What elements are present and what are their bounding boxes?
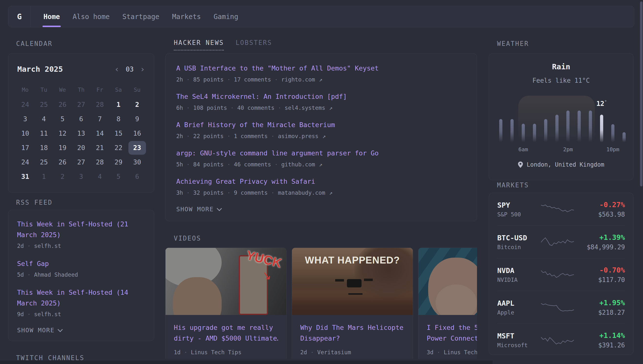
calendar-day[interactable]: 3 <box>72 169 90 184</box>
news-item-comments[interactable]: 1 comments <box>234 132 268 140</box>
calendar-day[interactable]: 1 <box>109 97 128 112</box>
market-row[interactable]: SPY S&P 500 -0.27% $563.98 <box>497 193 625 226</box>
calendar-day[interactable]: 26 <box>53 155 72 169</box>
calendar-day[interactable]: 16 <box>128 126 147 140</box>
news-item-meta: 2h · 22 points · 1 comments · asimov.pre… <box>176 132 466 140</box>
calendar-day[interactable]: 4 <box>91 169 109 184</box>
video-card[interactable]: WHAT HAPPENED? Why Did The Mars Helicopt… <box>292 248 413 359</box>
calendar-day[interactable]: 20 <box>72 140 90 155</box>
calendar-day[interactable]: 10 <box>16 126 35 140</box>
video-title-line[interactable]: Power Connect <box>427 333 477 344</box>
video-card[interactable]: YUCK ↘ His upgrade got me really dirty -… <box>165 248 287 359</box>
calendar-day[interactable]: 1 <box>35 169 53 184</box>
video-title-line[interactable]: Disappear? <box>300 333 404 344</box>
calendar-day[interactable]: 5 <box>109 169 128 184</box>
calendar-day[interactable]: 19 <box>53 140 72 155</box>
calendar-day[interactable]: 21 <box>91 140 109 155</box>
news-item-title[interactable]: The SeL4 Microkernel: An Introduction [p… <box>176 92 466 101</box>
calendar-day[interactable]: 6 <box>128 169 147 184</box>
news-item-points: 108 points <box>193 104 227 112</box>
rss-item-title[interactable]: This Week in Self-Hosted (21 March 2025) <box>17 219 145 240</box>
calendar-day[interactable]: 8 <box>109 112 128 126</box>
calendar-day[interactable]: 4 <box>35 112 53 126</box>
calendar-day[interactable]: 23 <box>128 140 147 155</box>
video-thumbnail[interactable]: WHAT HAPPENED? <box>292 248 413 315</box>
video-title-line[interactable]: His upgrade got me really <box>174 322 278 333</box>
market-row[interactable]: MSFT Microsoft +1.14% $391.26 <box>497 324 625 356</box>
calendar-day[interactable]: 24 <box>16 97 35 112</box>
video-thumbnail[interactable]: DO T T <box>418 248 477 315</box>
market-row[interactable]: BTC-USD Bitcoin +1.39% $84,999.29 <box>497 226 625 258</box>
news-item-title[interactable]: A Brief History of the Miracle Bacterium <box>176 121 466 129</box>
news-item-title[interactable]: argp: GNU-style command line argument pa… <box>176 149 466 157</box>
news-item-comments[interactable]: 17 comments <box>234 76 271 83</box>
calendar-day[interactable]: 5 <box>53 112 72 126</box>
nav-tab[interactable]: Markets <box>172 6 201 27</box>
rss-item-title[interactable]: Self Gap <box>17 258 145 269</box>
news-show-more-button[interactable]: SHOW MORE <box>176 206 466 213</box>
video-thumbnail[interactable]: YUCK ↘ <box>166 248 286 315</box>
nav-tab[interactable]: Home <box>44 6 60 27</box>
calendar-day[interactable]: 29 <box>109 155 128 169</box>
news-item-domain[interactable]: righto.com <box>281 76 315 83</box>
calendar-day[interactable]: 3 <box>16 112 35 126</box>
news-item-title[interactable]: Achieving Great Privacy with Safari <box>176 177 466 186</box>
calendar-day[interactable]: 31 <box>16 169 35 184</box>
calendar-prev-icon[interactable]: ‹ <box>115 65 119 73</box>
calendar-day[interactable]: 18 <box>35 140 53 155</box>
calendar-day[interactable]: 17 <box>16 140 35 155</box>
weather-time-label: 10pm <box>606 146 619 152</box>
video-title-line[interactable]: Why Did The Mars Helicopter <box>300 322 404 333</box>
calendar-day-number: 20 <box>77 144 85 152</box>
news-item-comments[interactable]: 46 comments <box>234 161 271 168</box>
app-logo[interactable]: G <box>8 6 31 27</box>
calendar-day[interactable]: 28 <box>91 155 109 169</box>
calendar-day[interactable]: 14 <box>91 126 109 140</box>
news-item-domain[interactable]: sel4.systems <box>285 104 325 112</box>
nav-tab[interactable]: Startpage <box>122 6 159 27</box>
calendar-day[interactable]: 26 <box>53 97 72 112</box>
calendar-day[interactable]: 9 <box>128 112 147 126</box>
rss-item-title[interactable]: This Week in Self-Hosted (14 March 2025) <box>17 287 145 308</box>
videos-scroll-region[interactable]: YUCK ↘ His upgrade got me really dirty -… <box>165 248 477 359</box>
news-item-domain[interactable]: matanabudy.com <box>278 189 325 196</box>
calendar-day[interactable]: 12 <box>53 126 72 140</box>
weather-bar <box>600 115 603 142</box>
calendar-day[interactable]: 27 <box>72 97 90 112</box>
rss-item-meta: 2d · selfh.st <box>17 242 145 250</box>
calendar-day[interactable]: 15 <box>109 126 128 140</box>
news-item-domain[interactable]: asimov.press <box>278 132 318 140</box>
news-item-comments[interactable]: 9 comments <box>234 189 268 196</box>
news-source-tab[interactable]: HACKER NEWS <box>174 39 224 50</box>
rss-show-more-button[interactable]: SHOW MORE <box>17 327 145 334</box>
calendar-day[interactable]: 30 <box>128 155 147 169</box>
calendar-day[interactable]: 6 <box>72 112 90 126</box>
video-card[interactable]: DO T T I Fixed the 5 Power Connect 3d · … <box>418 248 477 359</box>
video-title-line[interactable]: dirty - AMD $5000 Ultimate… <box>174 333 278 344</box>
news-item-comments[interactable]: 40 comments <box>237 104 274 112</box>
calendar-day[interactable]: 24 <box>16 155 35 169</box>
news-item-domain[interactable]: github.com <box>281 161 315 168</box>
calendar-day[interactable]: 25 <box>35 97 53 112</box>
calendar-day[interactable]: 22 <box>109 140 128 155</box>
nav-tab[interactable]: Gaming <box>214 6 238 27</box>
calendar-day[interactable]: 2 <box>128 97 147 112</box>
calendar-next-icon[interactable]: › <box>140 65 145 73</box>
calendar-day[interactable]: 28 <box>91 97 109 112</box>
video-title-line[interactable]: I Fixed the 5 <box>427 322 477 333</box>
calendar-day[interactable]: 27 <box>72 155 90 169</box>
calendar-day[interactable]: 2 <box>53 169 72 184</box>
page-scrollbar[interactable] <box>640 2 642 186</box>
nav-tab[interactable]: Also home <box>73 6 110 27</box>
news-item-title[interactable]: A USB Interface to the "Mother of All De… <box>176 64 466 72</box>
dot-separator: · <box>187 161 190 168</box>
calendar-day[interactable]: 7 <box>91 112 109 126</box>
calendar-day[interactable]: 25 <box>35 155 53 169</box>
market-row[interactable]: NVDA NVIDIA -0.70% $117.70 <box>497 258 625 291</box>
thumbnail-arrow-icon: ↘ <box>261 268 273 283</box>
market-row[interactable]: AAPL Apple +1.95% $218.27 <box>497 291 625 324</box>
calendar-day[interactable]: 13 <box>72 126 90 140</box>
news-source-tab[interactable]: LOBSTERS <box>236 39 272 50</box>
rss-item: This Week in Self-Hosted (14 March 2025)… <box>17 287 145 318</box>
calendar-day[interactable]: 11 <box>35 126 53 140</box>
